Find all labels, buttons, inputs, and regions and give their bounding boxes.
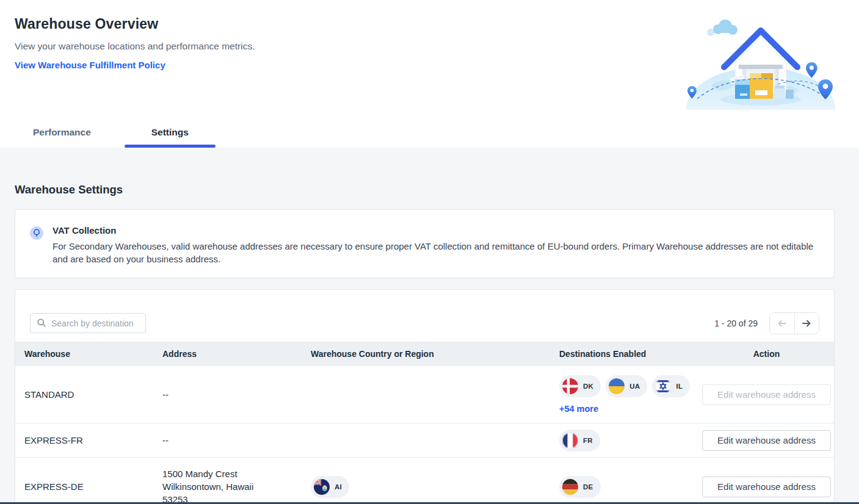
destination-chip: FR xyxy=(559,430,600,452)
flag-ua-icon xyxy=(609,378,625,394)
edit-warehouse-address-button[interactable]: Edit warehouse address xyxy=(702,384,831,405)
country-code-label: DK xyxy=(583,383,593,390)
warehouse-address: -- xyxy=(162,388,311,401)
more-destinations-link[interactable]: +54 more xyxy=(559,404,598,414)
lightbulb-icon xyxy=(30,226,43,240)
table-header-row: Warehouse Address Warehouse Country or R… xyxy=(15,342,834,366)
tab-settings[interactable]: Settings xyxy=(125,127,216,148)
destination-chip: AI xyxy=(311,476,349,498)
flag-ai-icon xyxy=(314,479,330,495)
edit-warehouse-address-button[interactable]: Edit warehouse address xyxy=(702,430,831,451)
warehouse-table-card: 1 - 20 of 29 xyxy=(15,289,835,504)
next-page-button[interactable] xyxy=(794,313,819,334)
cloud-icon xyxy=(707,20,738,36)
previous-page-button[interactable] xyxy=(770,313,794,334)
warehouse-overview-page: Warehouse Overview View your warehouse l… xyxy=(0,0,859,504)
country-code-label: IL xyxy=(676,383,683,390)
column-header-country-region: Warehouse Country or Region xyxy=(311,349,559,359)
edit-warehouse-address-button[interactable]: Edit warehouse address xyxy=(702,477,831,497)
search-box xyxy=(30,313,146,333)
destination-chip: UA xyxy=(606,375,647,397)
destination-chip: DK xyxy=(559,375,601,397)
flag-de-icon xyxy=(562,479,578,495)
column-header-address: Address xyxy=(162,348,311,361)
destination-chip: DE xyxy=(559,476,601,498)
column-header-action: Action xyxy=(698,349,835,359)
column-header-destinations: Destinations Enabled xyxy=(559,349,698,359)
search-icon xyxy=(37,318,46,328)
tab-performance[interactable]: Performance xyxy=(33,127,91,148)
section-heading: Warehouse Settings xyxy=(15,183,835,196)
search-input[interactable] xyxy=(30,313,146,333)
destinations-enabled: FR xyxy=(559,430,698,452)
action-cell: Edit warehouse address xyxy=(698,477,835,497)
flag-dk-icon xyxy=(562,378,578,394)
country-code-label: AI xyxy=(335,483,342,491)
action-cell: Edit warehouse address xyxy=(698,430,835,451)
warehouse-address: -- xyxy=(162,434,311,447)
country-code-label: DE xyxy=(583,483,593,491)
flag-fr-icon xyxy=(562,433,578,448)
table-toolbar: 1 - 20 of 29 xyxy=(15,290,834,342)
action-cell: Edit warehouse address xyxy=(698,384,835,405)
vat-notice-body: For Secondary Warehouses, valid warehous… xyxy=(53,240,817,265)
pagination-controls xyxy=(769,312,819,334)
map-pin-icon xyxy=(806,62,817,78)
page-header: Warehouse Overview View your warehouse l… xyxy=(0,0,859,122)
vat-notice-title: VAT Collection xyxy=(53,225,817,236)
tab-bar: Performance Settings xyxy=(0,122,859,148)
arrow-right-icon xyxy=(801,319,812,328)
warehouse-globe-illustration xyxy=(686,6,836,110)
column-header-warehouse: Warehouse xyxy=(15,349,162,359)
fulfillment-policy-link[interactable]: View Warehouse Fulfillment Policy xyxy=(15,60,165,70)
warehouse-name: EXPRESS-FR xyxy=(15,435,162,445)
destinations-enabled: DE xyxy=(559,476,698,498)
vat-collection-notice: VAT Collection For Secondary Warehouses,… xyxy=(15,209,835,278)
destination-chip: IL xyxy=(652,375,690,397)
destinations-enabled: DKUAIL+54 more xyxy=(559,375,698,414)
table-body: STANDARD--DKUAIL+54 moreEdit warehouse a… xyxy=(15,366,834,504)
warehouse-country-region: AI xyxy=(311,476,559,498)
warehouse-address: 1500 Mandy CrestWilkinsontown, Hawaii532… xyxy=(162,467,311,504)
flag-il-icon xyxy=(655,378,671,394)
country-code-label: UA xyxy=(629,383,640,390)
settings-content: Warehouse Settings VAT Collection For Se… xyxy=(0,148,859,504)
warehouse-name: EXPRESS-DE xyxy=(15,481,162,492)
pagination-range: 1 - 20 of 29 xyxy=(714,319,758,328)
table-row: EXPRESS-DE1500 Mandy CrestWilkinsontown,… xyxy=(15,458,834,504)
warehouse-name: STANDARD xyxy=(15,389,162,400)
arrow-left-icon xyxy=(777,319,788,328)
country-code-label: FR xyxy=(583,437,593,444)
table-row: EXPRESS-FR--FREdit warehouse address xyxy=(15,423,834,458)
table-row: STANDARD--DKUAIL+54 moreEdit warehouse a… xyxy=(15,366,834,423)
